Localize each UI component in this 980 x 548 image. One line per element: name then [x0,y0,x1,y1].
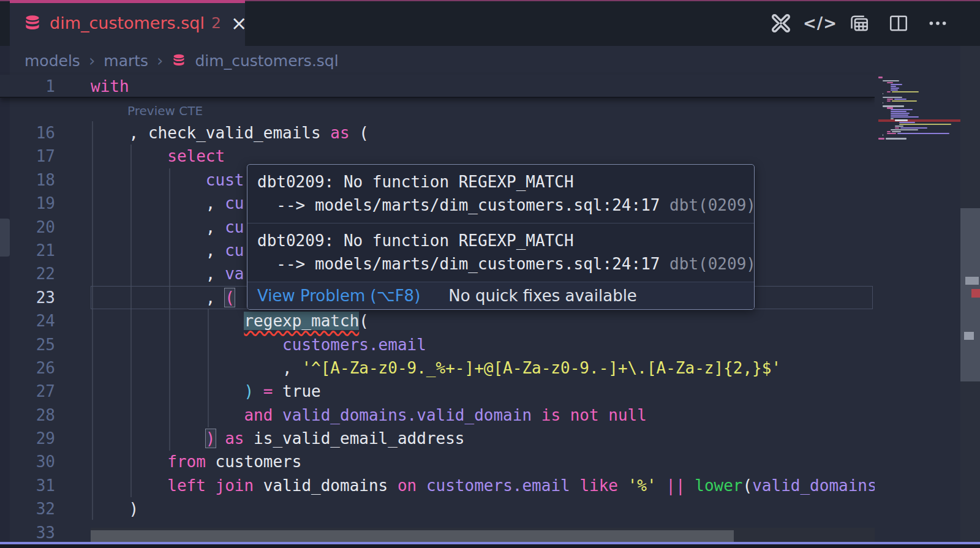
tab-dirty-count-badge: 2 [211,14,221,32]
breadcrumb-item-file[interactable]: dim_customers.sql [195,52,338,70]
diagnostic-path: --> models/marts/dim_customers.sql:24:17 [257,255,669,273]
line-number: 18 [0,168,55,192]
line-number: 31 [0,474,55,497]
code-token: and [244,406,273,424]
code-token: ) [91,500,138,518]
code-token: '^[A-Za-z0-9._%+-]+@[A-Za-z0-9.-]+\.[A-Z… [301,359,781,377]
split-editor-icon[interactable] [888,13,909,34]
code-token: ( [350,124,369,142]
minimap[interactable] [878,77,960,140]
close-icon[interactable]: × [231,14,247,32]
code-text: , check_valid_emails as ( [91,121,369,145]
line-number: 26 [0,356,55,380]
code-token [91,336,282,354]
dbt-power-user-icon[interactable] [771,13,791,34]
code-line[interactable]: 27 ) = true [0,380,876,403]
code-text: cust [91,168,244,192]
line-number: 25 [0,333,55,356]
code-token: on [398,476,417,495]
code-token: like [579,476,618,495]
view-problem-link[interactable]: View Problem (⌥F8) [257,287,420,305]
line-number: 22 [0,262,55,285]
code-text: select [91,145,225,168]
code-line[interactable]: 30 from customers [0,450,876,473]
line-number: 33 [0,521,55,544]
line-number: 17 [0,145,55,168]
code-token: as [225,429,244,448]
code-token: customers.email [282,336,426,354]
breadcrumb-item-models[interactable]: models [24,52,80,70]
code-icon[interactable]: </> [810,13,831,34]
tooltip-actions: View Problem (⌥F8) No quick fixes availa… [247,282,754,309]
code-token: , [91,265,225,283]
code-token [91,406,244,424]
line-number: 16 [0,121,55,145]
minimap-line [878,138,960,140]
code-token: , [91,194,225,212]
preview-cte-codelens[interactable]: Preview CTE [127,103,203,118]
code-token [216,429,225,448]
code-token [273,406,282,424]
diagnostic-source: dbt(0209) [669,255,755,273]
cursor-position-mark [965,277,979,285]
code-line[interactable]: 24 regexp_match( [0,309,876,332]
code-token: , [91,241,225,260]
code-token: va [225,265,244,283]
line-number: 30 [0,450,55,473]
code-text: ) [91,497,138,520]
tab-dim-customers[interactable]: dim_customers.sql 2 × [10,0,245,46]
code-token: regexp_match [244,312,359,330]
code-line[interactable]: 1with [0,75,875,98]
code-token: || [666,476,685,495]
code-line[interactable]: 29 ) as is_valid_email_address [0,427,876,450]
code-token: cu [225,241,244,260]
code-text: and valid_domains.valid_domain is not nu… [91,403,647,427]
diagnostic-message: dbt0209: No function REGEXP_MATCH [257,229,744,252]
code-text: customers.email [91,333,426,356]
code-text: regexp_match( [91,309,369,332]
minimap-segment [886,138,907,139]
code-token [91,476,167,495]
code-token: true [273,382,320,400]
code-line[interactable]: 16 , check_valid_emails as ( [0,121,876,145]
query-results-icon[interactable] [849,13,870,34]
diagnostic-location: --> models/marts/dim_customers.sql:24:17… [257,252,744,276]
code-token: ) [206,429,216,448]
line-number: 29 [0,427,55,450]
more-actions-icon[interactable] [927,13,948,34]
diagnostic-location: --> models/marts/dim_customers.sql:24:17… [257,193,744,217]
code-token: left join [167,476,254,495]
code-token: as [330,124,349,142]
code-text: , cu [91,216,244,239]
code-token: '%' [628,476,657,495]
code-token: cu [225,218,244,236]
code-token: cu [225,194,244,212]
code-line[interactable]: 28 and valid_domains.valid_domain is not… [0,403,876,427]
minimap-region [875,46,980,542]
code-token [657,476,666,495]
database-icon [172,53,186,68]
code-token: ( [743,476,753,495]
code-text: ) as is_valid_email_address [91,427,465,450]
code-line[interactable]: 26 , '^[A-Za-z0-9._%+-]+@[A-Za-z0-9.-]+\… [0,356,876,380]
code-token: , [91,288,225,307]
diagnostic-source: dbt(0209) [669,196,755,214]
code-token: , [91,359,301,377]
code-line[interactable]: 25 customers.email [0,333,876,356]
minimap-segment [878,138,884,139]
diagnostic-entry: dbt0209: No function REGEXP_MATCH --> mo… [247,165,754,223]
active-tab-accent [10,0,245,3]
sticky-scroll-line[interactable]: 1with [0,75,875,98]
code-token: customers.email [426,476,570,495]
code-token: ) [244,382,254,400]
tab-title: dim_customers.sql [50,13,205,32]
breadcrumb-item-marts[interactable]: marts [104,52,148,70]
code-text: with [91,75,129,98]
no-quick-fixes-label: No quick fixes available [448,287,637,305]
code-token: with [91,77,129,96]
code-line[interactable]: 32 ) [0,497,876,520]
line-number: 1 [0,75,55,98]
chevron-right-icon: › [89,51,95,70]
code-line[interactable]: 31 left join valid_domains on customers.… [0,474,876,497]
tab-bar: dim_customers.sql 2 × </> [0,0,980,46]
